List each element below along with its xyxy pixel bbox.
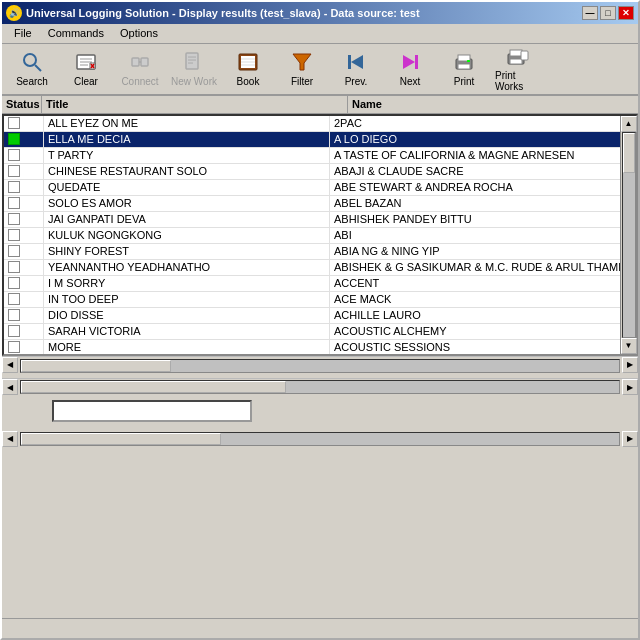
cell-name: ABAJI & CLAUDE SACRE <box>330 164 620 179</box>
toolbar: Search Clear Connect New Work Book <box>2 44 638 96</box>
minimize-button[interactable]: — <box>582 6 598 20</box>
search-button[interactable]: Search <box>6 46 58 92</box>
hscroll3-thumb[interactable] <box>21 433 221 445</box>
hscroll1-track[interactable] <box>20 359 620 373</box>
table-row[interactable]: SOLO ES AMORABEL BAZAN <box>4 196 620 212</box>
hscroll1-right-arrow[interactable]: ▶ <box>622 357 638 373</box>
hscroll-3: ◀ ▶ <box>2 430 638 448</box>
print-button[interactable]: Print <box>438 46 490 92</box>
table-row[interactable]: ELLA ME DECIAA LO DIEGO <box>4 132 620 148</box>
print-works-label: Print Works <box>495 70 541 92</box>
connect-button[interactable]: Connect <box>114 46 166 92</box>
status-indicator <box>8 229 20 241</box>
table-row[interactable]: MOREACOUSTIC SESSIONS <box>4 340 620 354</box>
next-icon <box>398 50 422 74</box>
new-work-icon <box>182 50 206 74</box>
menu-file[interactable]: File <box>6 25 40 41</box>
hscroll3-left-arrow[interactable]: ◀ <box>2 431 18 447</box>
table-row[interactable]: SHINY FORESTABIA NG & NING YIP <box>4 244 620 260</box>
book-button[interactable]: Book <box>222 46 274 92</box>
svg-marker-22 <box>351 55 363 69</box>
cell-title: JAI GANPATI DEVA <box>44 212 330 227</box>
status-indicator <box>8 277 20 289</box>
clear-button[interactable]: Clear <box>60 46 112 92</box>
connect-icon <box>128 50 152 74</box>
status-indicator <box>8 133 20 145</box>
cell-title: I M SORRY <box>44 276 330 291</box>
cell-status <box>4 292 44 307</box>
hscroll3-right-arrow[interactable]: ▶ <box>622 431 638 447</box>
vscroll-up-arrow[interactable]: ▲ <box>621 116 637 132</box>
search-input[interactable] <box>52 400 252 422</box>
menu-commands[interactable]: Commands <box>40 25 112 41</box>
title-bar: 🔊 Universal Logging Solution - Display r… <box>2 2 638 24</box>
cell-title: MORE <box>44 340 330 354</box>
hscroll3-track[interactable] <box>20 432 620 446</box>
status-indicator <box>8 149 20 161</box>
cell-name: ABE STEWART & ANDREA ROCHA <box>330 180 620 195</box>
table-row[interactable]: CHINESE RESTAURANT SOLOABAJI & CLAUDE SA… <box>4 164 620 180</box>
filter-button[interactable]: Filter <box>276 46 328 92</box>
cell-status <box>4 324 44 339</box>
cell-title: T PARTY <box>44 148 330 163</box>
cell-status <box>4 116 44 131</box>
table-row[interactable]: QUEDATEABE STEWART & ANDREA ROCHA <box>4 180 620 196</box>
prev-button[interactable]: Prev. <box>330 46 382 92</box>
maximize-button[interactable]: □ <box>600 6 616 20</box>
table-row[interactable]: JAI GANPATI DEVAABHISHEK PANDEY BITTU <box>4 212 620 228</box>
table-row[interactable]: DIO DISSEACHILLE LAURO <box>4 308 620 324</box>
status-indicator <box>8 165 20 177</box>
table-row[interactable]: ALL EYEZ ON ME2PAC <box>4 116 620 132</box>
table-row[interactable]: KULUK NGONGKONGABI <box>4 228 620 244</box>
new-work-button[interactable]: New Work <box>168 46 220 92</box>
hscroll2-right-arrow[interactable]: ▶ <box>622 379 638 395</box>
cell-name: ABISHEK & G SASIKUMAR & M.C. RUDE & ARUL… <box>330 260 620 275</box>
clear-icon <box>74 50 98 74</box>
table-row[interactable]: I M SORRYACCENT <box>4 276 620 292</box>
menu-options[interactable]: Options <box>112 25 166 41</box>
vscroll-thumb[interactable] <box>623 133 635 173</box>
cell-name: ACE MACK <box>330 292 620 307</box>
hscroll1-thumb[interactable] <box>21 360 171 372</box>
print-icon <box>452 50 476 74</box>
table-scroll-area[interactable]: ALL EYEZ ON ME2PACELLA ME DECIAA LO DIEG… <box>4 116 620 354</box>
hscroll2-thumb[interactable] <box>21 381 286 393</box>
status-indicator <box>8 181 20 193</box>
svg-line-1 <box>35 65 41 71</box>
table-row[interactable]: T PARTYA TASTE OF CALIFORNIA & MAGNE ARN… <box>4 148 620 164</box>
svg-rect-29 <box>467 60 470 62</box>
hscroll-1: ◀ ▶ <box>2 356 638 374</box>
col-header-title: Title <box>42 96 348 113</box>
status-indicator <box>8 325 20 337</box>
table-row[interactable]: YEANNANTHO YEADHANATHOABISHEK & G SASIKU… <box>4 260 620 276</box>
next-button[interactable]: Next <box>384 46 436 92</box>
table-row[interactable]: IN TOO DEEPACE MACK <box>4 292 620 308</box>
table-with-scrollbar: ALL EYEZ ON ME2PACELLA ME DECIAA LO DIEG… <box>2 114 638 356</box>
print-works-button[interactable]: Print Works <box>492 46 544 92</box>
print-works-icon <box>506 46 530 68</box>
hscroll1-left-arrow[interactable]: ◀ <box>2 357 18 373</box>
blank-lower-panel <box>2 448 638 618</box>
vscroll-down-arrow[interactable]: ▼ <box>621 338 637 354</box>
book-icon <box>236 50 260 74</box>
close-button[interactable]: ✕ <box>618 6 634 20</box>
vscroll-track[interactable] <box>622 132 636 338</box>
cell-name: ACHILLE LAURO <box>330 308 620 323</box>
col-header-name: Name <box>348 96 638 113</box>
cell-name: ACCENT <box>330 276 620 291</box>
svg-rect-10 <box>141 58 148 66</box>
table-row[interactable]: SARAH VICTORIAACOUSTIC ALCHEMY <box>4 324 620 340</box>
cell-title: ALL EYEZ ON ME <box>44 116 330 131</box>
title-bar-buttons: — □ ✕ <box>582 6 634 20</box>
hscroll2-track[interactable] <box>20 380 620 394</box>
hscroll2-left-arrow[interactable]: ◀ <box>2 379 18 395</box>
status-indicator <box>8 197 20 209</box>
status-indicator <box>8 309 20 321</box>
cell-status <box>4 260 44 275</box>
app-icon: 🔊 <box>6 5 22 21</box>
cell-status <box>4 308 44 323</box>
filter-icon <box>290 50 314 74</box>
status-indicator <box>8 117 20 129</box>
vertical-scrollbar[interactable]: ▲ ▼ <box>620 116 636 354</box>
svg-rect-32 <box>510 59 522 64</box>
